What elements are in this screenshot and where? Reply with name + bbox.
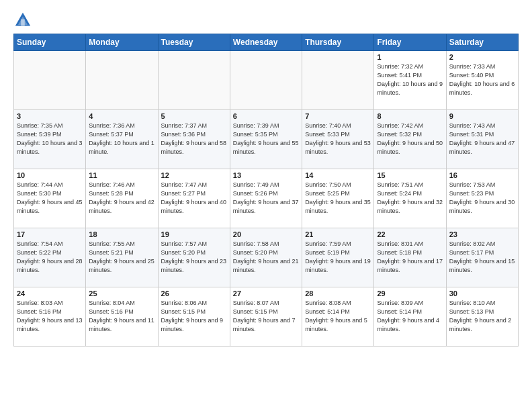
calendar-cell: 30Sunrise: 8:10 AMSunset: 5:13 PMDayligh… <box>446 287 518 347</box>
calendar-cell: 28Sunrise: 8:08 AMSunset: 5:14 PMDayligh… <box>302 287 374 347</box>
calendar-cell <box>14 51 86 110</box>
calendar-cell: 17Sunrise: 7:54 AMSunset: 5:22 PMDayligh… <box>14 228 86 287</box>
calendar-cell: 21Sunrise: 7:59 AMSunset: 5:19 PMDayligh… <box>302 228 374 287</box>
day-info: Sunrise: 7:44 AMSunset: 5:30 PMDaylight:… <box>17 181 83 216</box>
day-info: Sunrise: 8:01 AMSunset: 5:18 PMDaylight:… <box>377 240 443 275</box>
calendar-cell: 24Sunrise: 8:03 AMSunset: 5:16 PMDayligh… <box>14 287 86 347</box>
calendar-cell: 25Sunrise: 8:04 AMSunset: 5:16 PMDayligh… <box>86 287 158 347</box>
day-number: 15 <box>377 171 443 179</box>
calendar-cell <box>230 51 302 110</box>
calendar-cell: 15Sunrise: 7:51 AMSunset: 5:24 PMDayligh… <box>374 169 446 228</box>
day-info: Sunrise: 7:35 AMSunset: 5:39 PMDaylight:… <box>17 122 83 156</box>
day-info: Sunrise: 7:58 AMSunset: 5:20 PMDaylight:… <box>233 240 299 275</box>
day-info: Sunrise: 8:04 AMSunset: 5:16 PMDaylight:… <box>89 299 154 334</box>
weekday-header: Wednesday <box>230 34 302 51</box>
day-number: 12 <box>161 171 227 179</box>
day-info: Sunrise: 7:33 AMSunset: 5:40 PMDaylight:… <box>449 62 515 97</box>
weekday-header: Thursday <box>302 34 374 51</box>
page: SundayMondayTuesdayWednesdayThursdayFrid… <box>0 0 532 353</box>
day-info: Sunrise: 8:08 AMSunset: 5:14 PMDaylight:… <box>305 299 371 334</box>
day-number: 3 <box>17 112 83 120</box>
day-info: Sunrise: 7:43 AMSunset: 5:31 PMDaylight:… <box>449 122 515 156</box>
day-number: 24 <box>17 289 83 298</box>
calendar-cell: 4Sunrise: 7:36 AMSunset: 5:37 PMDaylight… <box>86 110 158 169</box>
day-info: Sunrise: 7:57 AMSunset: 5:20 PMDaylight:… <box>161 240 227 275</box>
weekday-header: Monday <box>86 34 158 51</box>
day-info: Sunrise: 8:10 AMSunset: 5:13 PMDaylight:… <box>449 299 515 334</box>
day-number: 7 <box>305 112 371 120</box>
day-info: Sunrise: 7:40 AMSunset: 5:33 PMDaylight:… <box>305 122 371 156</box>
weekday-header: Sunday <box>14 34 86 51</box>
logo <box>13 11 35 30</box>
weekday-header: Tuesday <box>158 34 230 51</box>
day-number: 14 <box>305 171 371 179</box>
day-number: 20 <box>233 230 299 238</box>
day-number: 6 <box>233 112 299 120</box>
day-number: 21 <box>305 230 371 238</box>
day-number: 11 <box>89 171 154 179</box>
day-number: 8 <box>377 112 443 120</box>
weekday-header-row: SundayMondayTuesdayWednesdayThursdayFrid… <box>14 34 519 51</box>
calendar-cell: 29Sunrise: 8:09 AMSunset: 5:14 PMDayligh… <box>374 287 446 347</box>
day-info: Sunrise: 7:36 AMSunset: 5:37 PMDaylight:… <box>89 122 154 156</box>
calendar-cell: 23Sunrise: 8:02 AMSunset: 5:17 PMDayligh… <box>446 228 518 287</box>
calendar-cell: 3Sunrise: 7:35 AMSunset: 5:39 PMDaylight… <box>14 110 86 169</box>
calendar-cell: 12Sunrise: 7:47 AMSunset: 5:27 PMDayligh… <box>158 169 230 228</box>
calendar-week-row: 10Sunrise: 7:44 AMSunset: 5:30 PMDayligh… <box>14 169 519 228</box>
day-info: Sunrise: 7:51 AMSunset: 5:24 PMDaylight:… <box>377 181 443 216</box>
day-info: Sunrise: 8:03 AMSunset: 5:16 PMDaylight:… <box>17 299 83 334</box>
day-info: Sunrise: 7:37 AMSunset: 5:36 PMDaylight:… <box>161 122 227 156</box>
day-number: 26 <box>161 289 227 298</box>
day-info: Sunrise: 7:53 AMSunset: 5:23 PMDaylight:… <box>449 181 515 216</box>
calendar-cell: 22Sunrise: 8:01 AMSunset: 5:18 PMDayligh… <box>374 228 446 287</box>
day-info: Sunrise: 7:50 AMSunset: 5:25 PMDaylight:… <box>305 181 371 216</box>
day-number: 16 <box>449 171 515 179</box>
calendar-cell <box>158 51 230 110</box>
day-number: 17 <box>17 230 83 238</box>
day-info: Sunrise: 7:42 AMSunset: 5:32 PMDaylight:… <box>377 122 443 156</box>
day-number: 22 <box>377 230 443 238</box>
day-info: Sunrise: 8:07 AMSunset: 5:15 PMDaylight:… <box>233 299 299 334</box>
calendar-cell: 13Sunrise: 7:49 AMSunset: 5:26 PMDayligh… <box>230 169 302 228</box>
day-number: 30 <box>449 289 515 298</box>
day-number: 25 <box>89 289 154 298</box>
day-info: Sunrise: 7:47 AMSunset: 5:27 PMDaylight:… <box>161 181 227 216</box>
day-number: 1 <box>377 53 443 61</box>
day-info: Sunrise: 7:46 AMSunset: 5:28 PMDaylight:… <box>89 181 154 216</box>
day-number: 19 <box>161 230 227 238</box>
day-number: 4 <box>89 112 154 120</box>
calendar-cell: 11Sunrise: 7:46 AMSunset: 5:28 PMDayligh… <box>86 169 158 228</box>
day-number: 9 <box>449 112 515 120</box>
weekday-header: Saturday <box>446 34 518 51</box>
calendar-cell <box>302 51 374 110</box>
day-info: Sunrise: 7:55 AMSunset: 5:21 PMDaylight:… <box>89 240 154 275</box>
svg-rect-2 <box>21 19 25 26</box>
calendar: SundayMondayTuesdayWednesdayThursdayFrid… <box>13 34 519 347</box>
day-number: 10 <box>17 171 83 179</box>
day-info: Sunrise: 7:39 AMSunset: 5:35 PMDaylight:… <box>233 122 299 156</box>
calendar-cell: 19Sunrise: 7:57 AMSunset: 5:20 PMDayligh… <box>158 228 230 287</box>
calendar-week-row: 3Sunrise: 7:35 AMSunset: 5:39 PMDaylight… <box>14 110 519 169</box>
header <box>13 11 519 30</box>
day-number: 2 <box>449 53 515 61</box>
day-info: Sunrise: 8:02 AMSunset: 5:17 PMDaylight:… <box>449 240 515 275</box>
day-info: Sunrise: 7:59 AMSunset: 5:19 PMDaylight:… <box>305 240 371 275</box>
calendar-week-row: 1Sunrise: 7:32 AMSunset: 5:41 PMDaylight… <box>14 51 519 110</box>
day-info: Sunrise: 7:49 AMSunset: 5:26 PMDaylight:… <box>233 181 299 216</box>
calendar-cell: 6Sunrise: 7:39 AMSunset: 5:35 PMDaylight… <box>230 110 302 169</box>
calendar-week-row: 17Sunrise: 7:54 AMSunset: 5:22 PMDayligh… <box>14 228 519 287</box>
calendar-cell: 26Sunrise: 8:06 AMSunset: 5:15 PMDayligh… <box>158 287 230 347</box>
calendar-cell: 10Sunrise: 7:44 AMSunset: 5:30 PMDayligh… <box>14 169 86 228</box>
calendar-cell: 7Sunrise: 7:40 AMSunset: 5:33 PMDaylight… <box>302 110 374 169</box>
calendar-cell: 8Sunrise: 7:42 AMSunset: 5:32 PMDaylight… <box>374 110 446 169</box>
day-info: Sunrise: 7:54 AMSunset: 5:22 PMDaylight:… <box>17 240 83 275</box>
calendar-cell: 18Sunrise: 7:55 AMSunset: 5:21 PMDayligh… <box>86 228 158 287</box>
day-info: Sunrise: 8:09 AMSunset: 5:14 PMDaylight:… <box>377 299 443 334</box>
day-number: 23 <box>449 230 515 238</box>
weekday-header: Friday <box>374 34 446 51</box>
calendar-cell: 1Sunrise: 7:32 AMSunset: 5:41 PMDaylight… <box>374 51 446 110</box>
day-number: 18 <box>89 230 154 238</box>
day-info: Sunrise: 7:32 AMSunset: 5:41 PMDaylight:… <box>377 62 443 97</box>
day-info: Sunrise: 8:06 AMSunset: 5:15 PMDaylight:… <box>161 299 227 334</box>
day-number: 28 <box>305 289 371 298</box>
